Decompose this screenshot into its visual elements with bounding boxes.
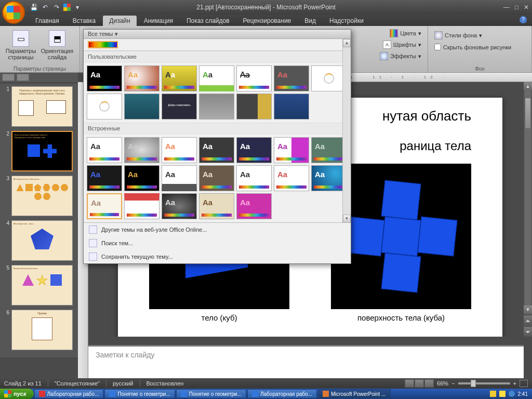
tab-addins[interactable]: Надстройки	[323, 16, 370, 26]
sorter-view-button[interactable]	[415, 379, 424, 388]
zoom-out-button[interactable]: −	[451, 380, 455, 387]
theme-item[interactable]	[124, 94, 159, 119]
theme-item[interactable]: Aa	[162, 165, 197, 191]
theme-item[interactable]: Aa	[199, 193, 234, 219]
theme-item[interactable]: Aa	[199, 165, 234, 191]
slide-thumb-2[interactable]: 2Тело- конечная замкнутая областьПоверхн…	[3, 131, 75, 171]
theme-item[interactable]: Aa	[124, 137, 159, 163]
theme-item[interactable]: Aa	[162, 193, 197, 219]
help-icon[interactable]: ?	[520, 16, 527, 23]
zoom-slider[interactable]	[458, 382, 510, 384]
undo-icon[interactable]: ↶	[41, 3, 50, 12]
slideshow-view-button[interactable]	[424, 379, 434, 388]
slide-thumb-6[interactable]: 6Призма	[3, 310, 75, 350]
theme-item[interactable]: Aa	[124, 193, 159, 219]
theme-item[interactable]: Aa	[124, 65, 159, 91]
save-current-theme[interactable]: Сохранить текущую тему...	[84, 250, 351, 263]
notes-pane[interactable]: Заметки к слайду	[88, 345, 524, 378]
slide-orientation-button[interactable]: ⬒ Ориентация слайда	[41, 28, 74, 60]
theme-item[interactable]	[311, 65, 347, 91]
theme-item[interactable]: Добро пожаловать	[162, 94, 197, 119]
maximize-button[interactable]: □	[515, 4, 518, 11]
tab-slideshow[interactable]: Показ слайдов	[180, 16, 236, 26]
effects-button[interactable]: Эффекты ▾	[378, 51, 423, 61]
theme-item[interactable]: Aa	[311, 137, 347, 163]
scroll-thumb[interactable]	[525, 98, 531, 129]
normal-view-button[interactable]	[405, 379, 414, 388]
theme-item[interactable]: Aa	[162, 137, 197, 163]
theme-item[interactable]: Aa	[162, 65, 197, 91]
theme-item[interactable]	[199, 94, 234, 119]
prev-slide-button[interactable]: ⏶	[524, 315, 532, 325]
slide-thumb-5[interactable]: 5Выпуклый многогранник...	[3, 265, 75, 305]
status-theme: "Солнцестояние"	[55, 380, 100, 387]
slides-tab[interactable]	[2, 74, 15, 81]
tab-insert[interactable]: Вставка	[66, 16, 102, 26]
theme-item[interactable]: Aa	[124, 165, 159, 191]
start-button[interactable]: пуск	[0, 389, 34, 399]
zoom-in-button[interactable]: +	[513, 380, 516, 387]
theme-item[interactable]: Aa	[87, 65, 122, 91]
browse-themes[interactable]: Поиск тем...	[84, 236, 351, 250]
theme-item[interactable]: Aa	[199, 137, 234, 163]
fonts-button[interactable]: AШрифты ▾	[381, 39, 423, 50]
page-setup-button[interactable]: ▭ Параметры страницы	[4, 28, 37, 60]
theme-item[interactable]: Aa	[236, 165, 272, 191]
save-icon[interactable]: 💾	[29, 3, 38, 12]
tray-network-icon[interactable]	[509, 391, 515, 397]
theme-item[interactable]: Aa	[199, 65, 234, 91]
slide-thumb-4[interactable]: 4Многогранник - тело...	[3, 220, 75, 261]
theme-item[interactable]: Aa	[87, 165, 122, 191]
status-language[interactable]: русский	[113, 380, 133, 387]
theme-item[interactable]: Aa	[87, 137, 122, 163]
theme-item[interactable]: Aa	[274, 165, 309, 191]
colors-button[interactable]: Цвета ▾	[388, 28, 423, 38]
redo-icon[interactable]: ↷	[52, 3, 61, 12]
close-button[interactable]: ✕	[524, 4, 529, 11]
office-button[interactable]	[2, 1, 25, 24]
tab-home[interactable]: Главная	[29, 16, 65, 26]
theme-item[interactable]: Aa	[87, 193, 122, 219]
tab-design[interactable]: Дизайн	[103, 16, 136, 26]
task-item[interactable]: Лабораторная рабо...	[247, 389, 317, 398]
slide-panel[interactable]: 1Понятие о геометрическом теле и его пов…	[0, 83, 78, 357]
task-item[interactable]: Понятие о геометри...	[104, 389, 175, 398]
tab-review[interactable]: Рецензирование	[237, 16, 298, 26]
tray-shield-icon[interactable]	[490, 391, 496, 397]
theme-item[interactable]: Aa	[311, 165, 347, 191]
gallery-scrollbar[interactable]: ▲ ▼	[342, 39, 351, 223]
next-slide-button[interactable]: ⏷	[524, 326, 532, 337]
zoom-level[interactable]: 66%	[437, 380, 448, 387]
minimize-button[interactable]: —	[503, 4, 510, 11]
scroll-up-icon[interactable]: ▲	[524, 82, 532, 90]
tray-clock[interactable]: 2:41	[518, 391, 528, 397]
gallery-current-theme[interactable]	[84, 39, 351, 51]
theme-item[interactable]: A̶a̶	[236, 65, 272, 91]
theme-item[interactable]: Aa	[274, 65, 309, 91]
hide-bg-graphics-checkbox[interactable]: Скрыть фоновые рисунки	[432, 43, 513, 51]
theme-item[interactable]: Aa	[236, 137, 272, 163]
vertical-scrollbar[interactable]: ▲ ▼ ⏶ ⏷	[524, 82, 532, 337]
gallery-scroll-down-icon[interactable]: ▼	[343, 215, 351, 223]
fit-to-window-button[interactable]	[520, 380, 528, 387]
outline-tab[interactable]	[17, 74, 29, 81]
qat-dropdown-icon[interactable]: ▾	[73, 3, 82, 12]
scroll-down-icon[interactable]: ▼	[524, 305, 532, 314]
slide-thumb-3[interactable]: 3Многоугольник -замкнутая...	[3, 176, 75, 216]
theme-item[interactable]	[87, 94, 122, 119]
theme-item[interactable]: Aa	[236, 193, 272, 219]
tray-weather-icon[interactable]	[499, 391, 506, 397]
gallery-scroll-up-icon[interactable]: ▲	[343, 39, 351, 47]
qat-app-icon[interactable]	[63, 4, 71, 11]
tab-view[interactable]: Вид	[298, 16, 322, 26]
theme-item[interactable]: Aa	[274, 137, 309, 163]
task-item[interactable]: Microsoft PowerPoint ...	[318, 389, 391, 398]
slide-thumb-1[interactable]: 1Понятие о геометрическом теле и его пов…	[3, 86, 75, 127]
task-item[interactable]: Понятие о геометри...	[176, 389, 246, 398]
task-item[interactable]: Лабораторная рабо...	[34, 389, 104, 398]
background-styles-button[interactable]: Стили фона ▾	[432, 30, 484, 41]
tab-animation[interactable]: Анимация	[138, 16, 179, 26]
theme-item[interactable]	[274, 94, 309, 119]
theme-item[interactable]	[236, 94, 272, 119]
more-themes-online[interactable]: Другие темы на веб-узле Office Online...	[84, 223, 351, 236]
